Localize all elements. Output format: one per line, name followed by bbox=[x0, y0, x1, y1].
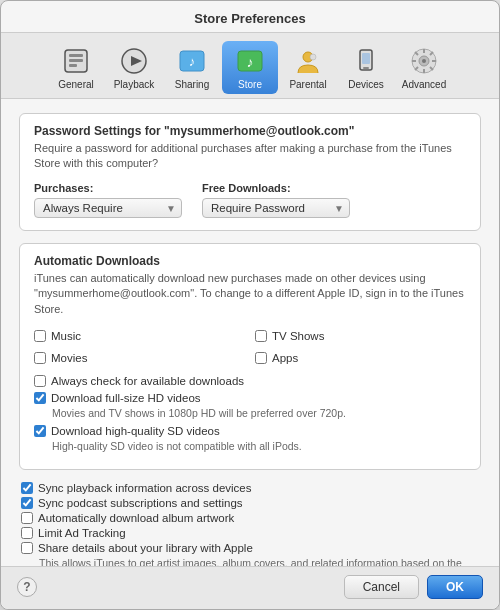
toolbar-advanced-label: Advanced bbox=[402, 79, 446, 90]
purchases-dropdown-wrapper: Always Require Require After 15 Min Neve… bbox=[34, 198, 182, 218]
sd-videos-label: Download high-quality SD videos bbox=[51, 425, 220, 437]
sync-podcast-label: Sync podcast subscriptions and settings bbox=[38, 497, 243, 509]
svg-rect-13 bbox=[363, 67, 369, 69]
always-check-checkbox[interactable] bbox=[34, 375, 46, 387]
help-label: ? bbox=[23, 580, 30, 594]
svg-rect-2 bbox=[69, 59, 83, 62]
always-check-row: Always check for available downloads bbox=[34, 375, 466, 387]
auto-checkbox-grid: Music TV Shows Movies Apps bbox=[34, 327, 466, 367]
purchases-label: Purchases: bbox=[34, 182, 182, 194]
toolbar-sharing-label: Sharing bbox=[175, 79, 209, 90]
hd-videos-row: Download full-size HD videos bbox=[34, 392, 466, 404]
dropdowns-row: Purchases: Always Require Require After … bbox=[34, 182, 466, 218]
limit-ad-checkbox[interactable] bbox=[21, 527, 33, 539]
toolbar: General Playback ♪ Sharing bbox=[1, 33, 499, 99]
auto-artwork-checkbox[interactable] bbox=[21, 512, 33, 524]
movies-label: Movies bbox=[51, 352, 87, 364]
footer-bar: ? Cancel OK bbox=[1, 566, 499, 609]
toolbar-devices-label: Devices bbox=[348, 79, 384, 90]
sharing-icon: ♪ bbox=[176, 45, 208, 77]
free-downloads-dropdown[interactable]: Require Password Never Require bbox=[202, 198, 350, 218]
window-title: Store Preferences bbox=[194, 11, 305, 26]
share-details-label: Share details about your library with Ap… bbox=[38, 542, 253, 554]
playback-icon bbox=[118, 45, 150, 77]
toolbar-advanced[interactable]: Advanced bbox=[396, 41, 452, 94]
hd-videos-checkbox[interactable] bbox=[34, 392, 46, 404]
password-section: Password Settings for "mysummerhome@outl… bbox=[19, 113, 481, 231]
password-subtext: Require a password for additional purcha… bbox=[34, 141, 466, 172]
free-downloads-group: Free Downloads: Require Password Never R… bbox=[202, 182, 350, 218]
svg-rect-14 bbox=[362, 53, 370, 64]
svg-text:♪: ♪ bbox=[189, 54, 196, 69]
hd-videos-label: Download full-size HD videos bbox=[51, 392, 201, 404]
hd-videos-block: Download full-size HD videos Movies and … bbox=[34, 392, 466, 421]
sd-videos-row: Download high-quality SD videos bbox=[34, 425, 466, 437]
svg-text:♪: ♪ bbox=[247, 54, 254, 70]
store-icon: ♪ bbox=[234, 45, 266, 77]
purchases-dropdown[interactable]: Always Require Require After 15 Min Neve… bbox=[34, 198, 182, 218]
tv-shows-checkbox[interactable] bbox=[255, 330, 267, 342]
apps-checkbox[interactable] bbox=[255, 352, 267, 364]
toolbar-sharing[interactable]: ♪ Sharing bbox=[164, 41, 220, 94]
toolbar-store-label: Store bbox=[238, 79, 262, 90]
toolbar-playback-label: Playback bbox=[114, 79, 155, 90]
sync-podcast-row: Sync podcast subscriptions and settings bbox=[21, 497, 479, 509]
apps-row: Apps bbox=[255, 352, 466, 364]
sync-playback-checkbox[interactable] bbox=[21, 482, 33, 494]
music-row: Music bbox=[34, 330, 245, 342]
title-bar: Store Preferences bbox=[1, 1, 499, 33]
tv-shows-label: TV Shows bbox=[272, 330, 324, 342]
apps-label: Apps bbox=[272, 352, 298, 364]
toolbar-devices[interactable]: Devices bbox=[338, 41, 394, 94]
share-details-row: Share details about your library with Ap… bbox=[21, 542, 479, 554]
toolbar-general-label: General bbox=[58, 79, 94, 90]
cancel-button[interactable]: Cancel bbox=[344, 575, 419, 599]
movies-checkbox[interactable] bbox=[34, 352, 46, 364]
content-area: Password Settings for "mysummerhome@outl… bbox=[1, 99, 499, 566]
toolbar-store[interactable]: ♪ Store bbox=[222, 41, 278, 94]
sd-videos-subtext: High-quality SD video is not compatible … bbox=[52, 440, 466, 454]
general-icon bbox=[60, 45, 92, 77]
hd-videos-subtext: Movies and TV shows in 1080p HD will be … bbox=[52, 407, 466, 421]
password-header: Password Settings for "mysummerhome@outl… bbox=[34, 124, 466, 138]
sd-videos-block: Download high-quality SD videos High-qua… bbox=[34, 425, 466, 454]
always-check-label: Always check for available downloads bbox=[51, 375, 244, 387]
share-details-block: Share details about your library with Ap… bbox=[21, 542, 479, 566]
share-details-subtext: This allows iTunes to get artist images,… bbox=[39, 557, 479, 566]
auto-downloads-section: Automatic Downloads iTunes can automatic… bbox=[19, 243, 481, 470]
music-label: Music bbox=[51, 330, 81, 342]
sd-videos-checkbox[interactable] bbox=[34, 425, 46, 437]
sync-playback-label: Sync playback information across devices bbox=[38, 482, 252, 494]
auto-artwork-label: Automatically download album artwork bbox=[38, 512, 234, 524]
sync-playback-row: Sync playback information across devices bbox=[21, 482, 479, 494]
tv-shows-row: TV Shows bbox=[255, 330, 466, 342]
auto-downloads-header: Automatic Downloads bbox=[34, 254, 466, 268]
toolbar-playback[interactable]: Playback bbox=[106, 41, 162, 94]
sync-podcast-checkbox[interactable] bbox=[21, 497, 33, 509]
svg-point-11 bbox=[310, 54, 316, 60]
toolbar-general[interactable]: General bbox=[48, 41, 104, 94]
movies-row: Movies bbox=[34, 352, 245, 364]
auto-downloads-subtext: iTunes can automatically download new pu… bbox=[34, 271, 466, 317]
ok-button[interactable]: OK bbox=[427, 575, 483, 599]
music-checkbox[interactable] bbox=[34, 330, 46, 342]
button-group: Cancel OK bbox=[344, 575, 483, 599]
auto-artwork-row: Automatically download album artwork bbox=[21, 512, 479, 524]
free-downloads-label: Free Downloads: bbox=[202, 182, 350, 194]
share-details-checkbox[interactable] bbox=[21, 542, 33, 554]
svg-rect-3 bbox=[69, 64, 77, 67]
advanced-icon bbox=[408, 45, 440, 77]
help-button[interactable]: ? bbox=[17, 577, 37, 597]
other-options-section: Sync playback information across devices… bbox=[19, 482, 481, 566]
devices-icon bbox=[350, 45, 382, 77]
svg-point-17 bbox=[422, 59, 426, 63]
free-downloads-dropdown-wrapper: Require Password Never Require ▼ bbox=[202, 198, 350, 218]
toolbar-parental-label: Parental bbox=[289, 79, 326, 90]
parental-icon bbox=[292, 45, 324, 77]
purchases-group: Purchases: Always Require Require After … bbox=[34, 182, 182, 218]
limit-ad-row: Limit Ad Tracking bbox=[21, 527, 479, 539]
limit-ad-label: Limit Ad Tracking bbox=[38, 527, 126, 539]
svg-rect-1 bbox=[69, 54, 83, 57]
toolbar-parental[interactable]: Parental bbox=[280, 41, 336, 94]
preferences-window: Store Preferences General Playbac bbox=[0, 0, 500, 610]
